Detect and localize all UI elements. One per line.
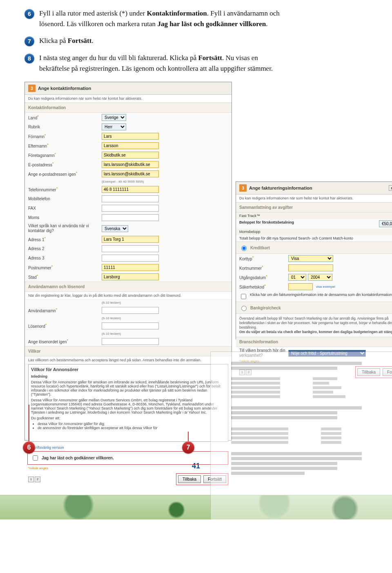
- row-hint3: (6-10 tecken): [25, 331, 232, 337]
- row-fax: FAX: [25, 204, 232, 213]
- back-button[interactable]: Tillbaka: [178, 475, 201, 483]
- input-adr3[interactable]: [102, 255, 159, 262]
- panel-subnote-b: Du kan redigera informationen när som he…: [236, 195, 392, 202]
- l: Totalt belopp för ditt nya Sponsored Sea…: [239, 236, 353, 240]
- screenshot-contact-info: 3 Ange kontaktinformation Du kan rediger…: [24, 82, 232, 441]
- row-efternamn: Efternamn*: [25, 141, 232, 150]
- row-land: Land*Sverige: [25, 113, 232, 122]
- panel-header: 3 Ange kontaktinformation: [25, 82, 232, 95]
- panel-header-b: 3 Ange faktureringsinformation 1 2 3: [236, 182, 392, 195]
- show-example-link[interactable]: visa exempel: [316, 285, 335, 289]
- row-sak: Säkerhetskod* visa exempel: [236, 282, 392, 291]
- group-terms: Villkor: [25, 346, 232, 356]
- select-exp-month[interactable]: 01: [288, 274, 306, 281]
- row-los2: Ange lösenordet igen*: [25, 337, 232, 346]
- l: Ange lösenordet igen: [28, 340, 67, 345]
- radio-bankgiro[interactable]: Bankgiro/check: [236, 302, 392, 314]
- input-fax[interactable]: [102, 205, 159, 212]
- l: Säkerhetskod: [239, 285, 264, 290]
- input-email[interactable]: [102, 161, 159, 168]
- checkbox-diff-billing[interactable]: [241, 294, 246, 299]
- panel-subnote: Du kan redigera informationen när som he…: [25, 95, 232, 103]
- l: Fast Track™: [239, 214, 260, 218]
- step-7-text: Klicka på Fortsätt.: [39, 36, 94, 46]
- input-stad[interactable]: [102, 273, 159, 280]
- l: Momsbelopp: [239, 230, 261, 234]
- step-8-text: I nästa steg anger du hur du vill bli fa…: [39, 53, 284, 74]
- terms-p2: Dessa Villkor för Annonsörer gäller mell…: [31, 398, 225, 414]
- row-los: Lösenord*: [25, 321, 232, 331]
- input-username[interactable]: [102, 307, 159, 314]
- page-indicator: 1 2: [28, 477, 40, 482]
- select-land[interactable]: Sverige: [102, 114, 126, 121]
- input-postnr[interactable]: [102, 264, 159, 271]
- callout-7: 7: [182, 441, 194, 454]
- radio-creditcard[interactable]: Kreditkort: [236, 242, 392, 254]
- l: Telefonnummer: [28, 188, 56, 192]
- label-adr3: Adress 3: [28, 256, 102, 260]
- select-sprak[interactable]: Svenska: [102, 225, 128, 232]
- input-moms[interactable]: [102, 214, 159, 221]
- n: 7: [187, 444, 190, 451]
- l: Adress 1: [28, 238, 44, 242]
- label-land: Land*: [28, 114, 102, 120]
- input-mobil[interactable]: [102, 195, 159, 202]
- select-prepay-amount[interactable]: €50,00: [379, 220, 392, 227]
- terms-title: Villkor för Annonsörer: [31, 367, 225, 372]
- l: Lösenord: [28, 325, 45, 329]
- label-anv: Användarnamn*: [28, 307, 102, 313]
- diff-billing-label: Klicka här om din faktureringsinformatio…: [250, 293, 392, 297]
- hint: (6-10 tecken): [102, 301, 121, 304]
- screenshot-billing-info: 3 Ange faktureringsinformation 1 2 3 Du …: [236, 181, 392, 339]
- l: Kortnummer: [239, 266, 262, 271]
- terms-textbox[interactable]: Villkor för Annonsörer Inledning Dessa V…: [28, 364, 228, 442]
- step-number-box: 3: [239, 184, 247, 192]
- label-korttyp: Korttyp*: [239, 255, 288, 261]
- radio-cc-input[interactable]: [241, 246, 247, 251]
- terms-p1: Dessa Vilkor för Annonsörer gäller för a…: [31, 380, 225, 396]
- terms-p3: Du godkänner att:: [31, 416, 225, 420]
- t: I nästa steg anger du hur du vill bli fa…: [39, 54, 198, 62]
- row-postnr: Postnummer*: [25, 263, 232, 272]
- input-kortnr[interactable]: [288, 264, 333, 271]
- radio-cc-label: Kreditkort: [250, 246, 270, 250]
- label-kortnr: Kortnummer*: [239, 265, 288, 271]
- screenshot-confirmation-faded: [210, 351, 392, 519]
- select-korttyp[interactable]: Visa: [288, 255, 333, 262]
- row-stad: Stad*: [25, 272, 232, 282]
- l: Postnummer: [28, 266, 51, 271]
- hint: (6-10 tecken): [102, 332, 121, 336]
- row-email: E-postadress*: [25, 160, 232, 169]
- radio-bg-input[interactable]: [241, 306, 247, 311]
- select-rubrik[interactable]: Herr: [102, 123, 126, 130]
- terms-intro-h: Inledning: [31, 374, 47, 378]
- l: Ange e-postadressen igen: [28, 172, 76, 177]
- row-adr3: Adress 3: [25, 253, 232, 263]
- input-telefon[interactable]: [102, 186, 159, 193]
- accept-terms-checkbox[interactable]: [33, 455, 38, 461]
- bankgiro-note: Översänd aktuellt belopp till Yahoo! Sea…: [236, 314, 392, 337]
- input-sak[interactable]: [288, 283, 313, 290]
- input-password[interactable]: [102, 322, 159, 329]
- l: Efternamn: [28, 144, 47, 149]
- row-utg: Utgångsdatum* 01 2004: [236, 273, 392, 282]
- step-6: 6 Fyll i alla rutor med asterisk (*) und…: [24, 8, 368, 29]
- screenshots-canvas: 3 Ange kontaktinformation Du kan rediger…: [24, 82, 368, 454]
- t: .: [91, 37, 93, 45]
- input-email2[interactable]: [102, 170, 159, 177]
- step-badge-7: 7: [24, 36, 34, 46]
- row-hint1: (6-10 tecken): [25, 300, 232, 306]
- select-exp-year[interactable]: 2004: [308, 274, 332, 281]
- label-sak: Säkerhetskod*: [239, 284, 288, 289]
- b: Fortsätt: [198, 54, 222, 62]
- input-efternamn[interactable]: [102, 142, 159, 149]
- fee-row-3: Momsbelopp€9,50: [236, 228, 392, 235]
- group-terms-note: Läs villkoren och bestämmelserna och acc…: [25, 356, 232, 364]
- l: Beloppet för förskottsbetalning: [239, 220, 294, 227]
- input-password-repeat[interactable]: [102, 338, 159, 345]
- input-adr1[interactable]: [102, 236, 159, 243]
- input-foretag[interactable]: [102, 152, 159, 159]
- n: 3: [31, 86, 33, 91]
- input-fornamn[interactable]: [102, 133, 159, 140]
- input-adr2[interactable]: [102, 245, 159, 252]
